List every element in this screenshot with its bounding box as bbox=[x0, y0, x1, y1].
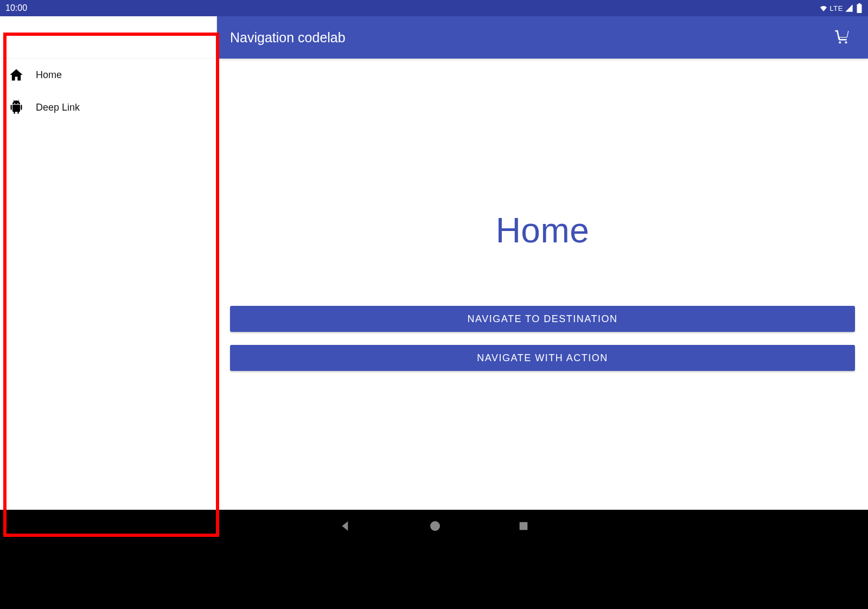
svg-rect-0 bbox=[11, 105, 12, 110]
svg-rect-5 bbox=[520, 522, 528, 530]
drawer-header bbox=[0, 16, 216, 59]
cart-icon bbox=[834, 28, 850, 47]
cellular-icon bbox=[844, 4, 854, 12]
navigate-to-destination-button[interactable]: NAVIGATE TO DESTINATION bbox=[230, 306, 855, 332]
back-button[interactable] bbox=[339, 519, 353, 533]
network-type-label: LTE bbox=[830, 4, 843, 12]
drawer-item-deep-link[interactable]: Deep Link bbox=[0, 91, 216, 124]
svg-point-3 bbox=[845, 41, 847, 43]
page-title: Home bbox=[496, 210, 590, 251]
wifi-icon bbox=[818, 4, 829, 12]
drawer-item-label: Home bbox=[36, 69, 62, 81]
status-time: 10:00 bbox=[5, 3, 27, 13]
letterbox bbox=[0, 542, 868, 609]
svg-point-4 bbox=[430, 521, 440, 531]
home-icon bbox=[7, 67, 26, 82]
system-nav-bar bbox=[0, 510, 868, 542]
app-bar: Navigation codelab bbox=[217, 16, 868, 59]
svg-rect-1 bbox=[21, 105, 22, 110]
svg-point-2 bbox=[839, 41, 841, 43]
android-icon bbox=[7, 100, 26, 115]
drawer-item-home[interactable]: Home bbox=[0, 59, 216, 91]
recents-button[interactable] bbox=[518, 520, 529, 532]
status-bar: 10:00 LTE bbox=[0, 0, 868, 16]
battery-icon bbox=[856, 3, 863, 13]
navigate-with-action-button[interactable]: NAVIGATE WITH ACTION bbox=[230, 345, 855, 371]
navigation-drawer: Home Deep Link bbox=[0, 16, 217, 542]
cart-button[interactable] bbox=[829, 24, 855, 50]
app-bar-title: Navigation codelab bbox=[230, 30, 829, 46]
main-content: Home NAVIGATE TO DESTINATION NAVIGATE WI… bbox=[217, 59, 868, 542]
home-button[interactable] bbox=[429, 520, 442, 533]
drawer-item-label: Deep Link bbox=[36, 102, 80, 113]
